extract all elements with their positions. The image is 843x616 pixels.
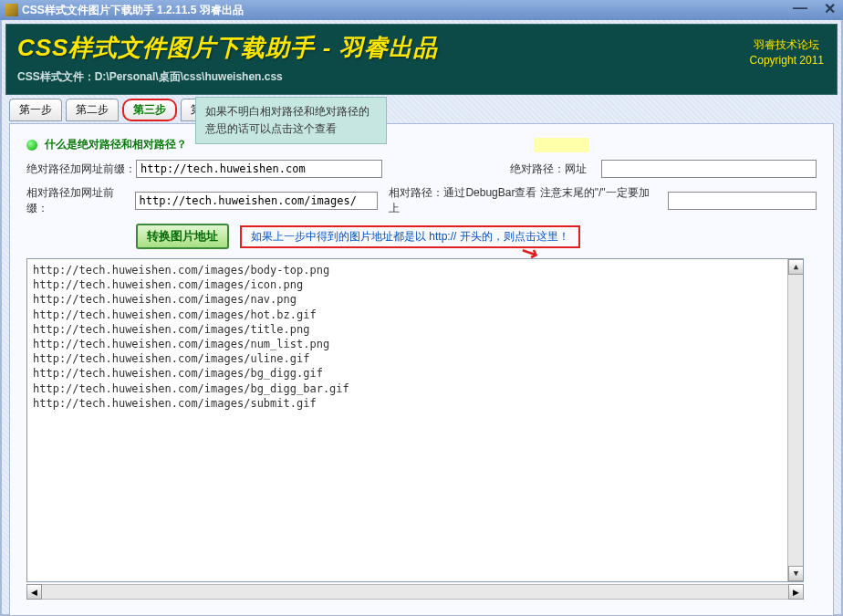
tabs-row: 第一步 第二步 第三步 第四步 如果不明白相对路径和绝对路径的意思的话可以点击这…: [5, 99, 838, 121]
rel-label: 相对路径加网址前缀：: [26, 185, 135, 216]
question-row: 什么是绝对路径和相对路径？: [26, 137, 817, 152]
url-line: http://tech.huweishen.com/images/bg_digg…: [33, 381, 797, 396]
abs-hint: 绝对路径：网址: [510, 162, 587, 177]
tab-step2[interactable]: 第二步: [66, 99, 119, 121]
copyright-text: Copyright 2011: [750, 53, 824, 68]
absolute-row: 绝对路径加网址前缀： 绝对路径：网址: [26, 160, 817, 178]
hscroll-track[interactable]: [42, 584, 788, 600]
url-line: http://tech.huweishen.com/images/num_lis…: [33, 337, 797, 351]
url-line: http://tech.huweishen.com/images/submit.…: [33, 396, 797, 411]
url-list-content: http://tech.huweishen.com/images/body-to…: [33, 263, 797, 411]
abs-label: 绝对路径加网址前缀：: [26, 162, 136, 177]
relative-row: 相对路径加网址前缀： 相对路径：通过DebugBar查看 注意末尾的"/"一定要…: [26, 185, 817, 216]
app-title: CSS样式文件图片下载助手 - 羽睿出品: [17, 32, 826, 64]
rel-extra-input[interactable]: [668, 192, 817, 210]
scroll-down-icon[interactable]: ▼: [788, 566, 804, 581]
url-line: http://tech.huweishen.com/images/hot.bz.…: [33, 308, 797, 322]
horizontal-scrollbar[interactable]: ◀ ▶: [26, 584, 804, 600]
abs-prefix-input[interactable]: [136, 160, 382, 178]
window-title: CSS样式文件图片下载助手 1.2.11.5 羽睿出品: [22, 3, 244, 18]
convert-row: 转换图片地址 如果上一步中得到的图片地址都是以 http:// 开头的，则点击这…: [136, 224, 817, 249]
url-line: http://tech.huweishen.com/images/nav.png: [33, 292, 797, 307]
scroll-left-icon[interactable]: ◀: [26, 584, 42, 600]
url-line: http://tech.huweishen.com/images/icon.pn…: [33, 277, 797, 292]
header-right: 羽睿技术论坛 Copyright 2011: [750, 37, 824, 68]
content-area: 什么是绝对路径和相对路径？ 绝对路径加网址前缀： 绝对路径：网址 相对路径加网址…: [9, 123, 834, 616]
url-list-panel[interactable]: http://tech.huweishen.com/images/body-to…: [26, 258, 804, 582]
yellow-highlight: [534, 138, 588, 152]
minimize-button[interactable]: —: [793, 0, 807, 17]
title-bar: CSS样式文件图片下载助手 1.2.11.5 羽睿出品 — ✕: [0, 0, 843, 20]
abs-extra-input[interactable]: [601, 160, 817, 178]
url-line: http://tech.huweishen.com/images/body-to…: [33, 263, 797, 277]
url-line: http://tech.huweishen.com/images/title.p…: [33, 322, 797, 337]
app-frame: CSS样式文件图片下载助手 - 羽睿出品 CSS样式文件：D:\Personal…: [0, 20, 843, 616]
url-line: http://tech.huweishen.com/images/uline.g…: [33, 351, 797, 366]
vertical-scrollbar[interactable]: ▲ ▼: [787, 259, 803, 581]
green-dot-icon: [26, 140, 37, 151]
close-button[interactable]: ✕: [824, 0, 836, 17]
rel-prefix-input[interactable]: [135, 192, 379, 210]
tab-step1[interactable]: 第一步: [9, 99, 62, 121]
window-controls: — ✕: [793, 0, 836, 17]
path-help-link[interactable]: 什么是绝对路径和相对路径？: [45, 137, 187, 152]
css-file-row: CSS样式文件：D:\Personal\桌面\css\huweishen.css: [17, 69, 826, 85]
app-icon: [5, 4, 18, 16]
url-line: http://tech.huweishen.com/images/bg_digg…: [33, 366, 797, 381]
tab-tooltip: 如果不明白相对路径和绝对路径的意思的话可以点击这个查看: [195, 97, 387, 144]
scroll-up-icon[interactable]: ▲: [788, 259, 804, 275]
convert-button[interactable]: 转换图片地址: [136, 224, 229, 249]
header-panel: CSS样式文件图片下载助手 - 羽睿出品 CSS样式文件：D:\Personal…: [5, 24, 838, 95]
file-path-value: D:\Personal\桌面\css\huweishen.css: [95, 70, 283, 83]
file-label: CSS样式文件：: [17, 70, 95, 83]
rel-hint: 相对路径：通过DebugBar查看 注意末尾的"/"一定要加上: [389, 185, 657, 216]
scroll-right-icon[interactable]: ▶: [788, 584, 804, 600]
forum-link[interactable]: 羽睿技术论坛: [750, 37, 824, 53]
tab-step3[interactable]: 第三步: [122, 99, 177, 121]
